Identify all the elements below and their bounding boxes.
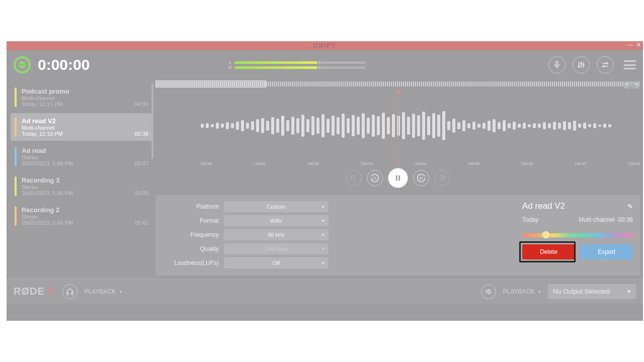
footer: RØDE X PLAYBACK▾ PLAYBACK▾ No Output Sel… <box>7 279 643 304</box>
recording-time: Today, 12:10 PM <box>22 131 63 137</box>
platform-label: Platform <box>163 203 219 210</box>
recording-duration: 00:47 <box>134 160 148 166</box>
time-tick: 00:01 <box>254 161 266 166</box>
editor-content: 🔍 🔎 00:0000:0100:0200:0300:0400:0500:060… <box>155 79 643 279</box>
delete-button[interactable]: Delete <box>522 244 575 259</box>
frequency-select[interactable]: 48 kHz▾ <box>224 229 329 240</box>
headphones-button[interactable] <box>62 284 77 299</box>
format-label: Format <box>163 217 219 224</box>
svg-point-1 <box>578 66 580 67</box>
output-select[interactable]: No Output Selected▾ <box>548 284 636 299</box>
recording-type: Multi-channel <box>22 125 148 131</box>
quality-label: Quality <box>163 245 219 252</box>
recording-color-bar <box>15 147 17 166</box>
recording-item[interactable]: Ad read V2 Multi-channel Today, 12:10 PM… <box>11 113 153 141</box>
minimize-button[interactable]: — <box>627 41 633 48</box>
recording-title: Ad read V2 <box>22 117 148 125</box>
recording-title: Recording 3 <box>22 176 148 184</box>
recording-color-bar <box>15 117 17 137</box>
time-tick: 00:05 <box>468 161 479 166</box>
format-select[interactable]: WAV▾ <box>224 215 329 226</box>
recording-item[interactable]: Podcast promo Multi-channel Today, 12:11… <box>11 83 153 111</box>
recording-duration: 04:36 <box>134 101 148 107</box>
svg-rect-0 <box>556 61 558 65</box>
svg-rect-8 <box>67 292 68 295</box>
recording-time: Today, 12:11 PM <box>22 101 63 107</box>
zoom-out-button[interactable]: 🔎 <box>632 81 639 88</box>
recording-item[interactable]: Recording 2 Stereo 26/05/2023, 5:45 PM 0… <box>11 202 153 230</box>
close-button[interactable]: ✕ <box>636 41 641 48</box>
recording-time: 26/05/2023, 5:48 PM <box>22 160 73 166</box>
svg-point-2 <box>581 63 582 64</box>
waveform-area[interactable]: 00:0000:0100:0200:0300:0400:0500:0600:07… <box>155 90 640 166</box>
export-meta-title: Ad read V2 <box>522 201 565 211</box>
time-tick: 00:08 <box>628 161 640 166</box>
overview-strip[interactable] <box>155 81 640 86</box>
loudness-select[interactable]: Off▾ <box>224 257 329 268</box>
footer-brand: RØDE X <box>14 286 55 297</box>
recording-time: 26/05/2023, 5:45 PM <box>22 220 73 226</box>
svg-point-5 <box>603 66 605 67</box>
recording-title: Podcast promo <box>22 87 148 95</box>
playback-left-select[interactable]: PLAYBACK▾ <box>85 288 122 295</box>
time-tick: 00:06 <box>521 161 533 166</box>
recording-type: Stereo <box>22 184 148 190</box>
chevron-down-icon: ▾ <box>120 289 122 294</box>
recording-item[interactable]: Recording 3 Stereo 26/05/2023, 5:46 PM 0… <box>11 172 153 200</box>
playback-right-select[interactable]: PLAYBACK▾ <box>503 288 541 295</box>
export-button[interactable]: Export <box>580 244 633 259</box>
meter-bar-r <box>234 66 365 69</box>
level-meters: L R <box>227 60 365 70</box>
waveform <box>201 111 640 141</box>
recording-time: 26/05/2023, 5:46 PM <box>22 190 73 196</box>
speaker-button[interactable] <box>481 284 496 299</box>
chevron-down-icon: ▾ <box>322 232 325 237</box>
skip-to-start-button[interactable] <box>346 170 362 186</box>
recording-color-bar <box>15 176 17 196</box>
recording-title: Ad read <box>22 147 148 154</box>
export-meta-date: Today <box>522 216 538 223</box>
play-pause-button[interactable] <box>388 168 408 188</box>
zoom-in-button[interactable]: 🔍 <box>624 81 631 88</box>
record-timer: 0:00:00 <box>38 56 90 73</box>
playhead[interactable] <box>398 90 398 166</box>
record-button[interactable]: REC <box>14 56 31 73</box>
menu-button[interactable] <box>624 60 636 69</box>
recording-item[interactable]: Ad read Stereo 26/05/2023, 5:48 PM 00:47 <box>11 143 153 170</box>
recording-duration: 00:05 <box>134 190 148 196</box>
chevron-down-icon: ▾ <box>322 204 325 209</box>
meter-label-r: R <box>227 65 231 70</box>
time-tick: 00:03 <box>361 161 373 166</box>
mic-settings-button[interactable] <box>548 56 566 73</box>
chevron-down-icon: ▾ <box>322 218 325 223</box>
color-slider[interactable] <box>522 233 633 237</box>
recording-type: Stereo <box>22 154 148 160</box>
platform-select[interactable]: Custom▾ <box>224 201 329 212</box>
settings-sliders-button[interactable] <box>597 56 614 73</box>
recording-color-bar <box>15 206 17 226</box>
overview-viewport[interactable] <box>155 80 266 87</box>
export-panel: Platform Custom▾ Format WAV▾ Frequency 4… <box>155 195 640 276</box>
svg-point-4 <box>606 63 608 64</box>
transport-controls: 15 30 <box>155 168 640 188</box>
recording-type: Multi-channel <box>22 95 148 101</box>
skip-back-15-button[interactable]: 15 <box>367 170 383 186</box>
meter-bar-l <box>234 61 365 64</box>
svg-rect-6 <box>396 175 397 181</box>
mixer-button[interactable] <box>573 56 590 73</box>
quality-select: 256 kbps▾ <box>224 243 329 254</box>
skip-to-end-button[interactable] <box>434 170 450 186</box>
skip-forward-30-button[interactable]: 30 <box>413 170 429 186</box>
time-ruler: 00:0000:0100:0200:0300:0400:0500:0600:07… <box>201 161 640 166</box>
app-brand: UNIFY <box>313 42 337 49</box>
color-slider-thumb[interactable] <box>542 231 549 238</box>
record-icon: REC <box>19 61 26 68</box>
edit-title-icon[interactable]: ✎ <box>627 203 633 210</box>
loudness-label: Loudness(LUFs) <box>163 259 219 266</box>
chevron-down-icon: ▾ <box>322 246 325 251</box>
time-tick: 00:04 <box>415 161 426 166</box>
time-tick: 00:00 <box>201 161 212 166</box>
svg-point-3 <box>583 64 584 66</box>
titlebar: UNIFY — ✕ <box>7 41 643 50</box>
recording-type: Stereo <box>22 214 148 220</box>
